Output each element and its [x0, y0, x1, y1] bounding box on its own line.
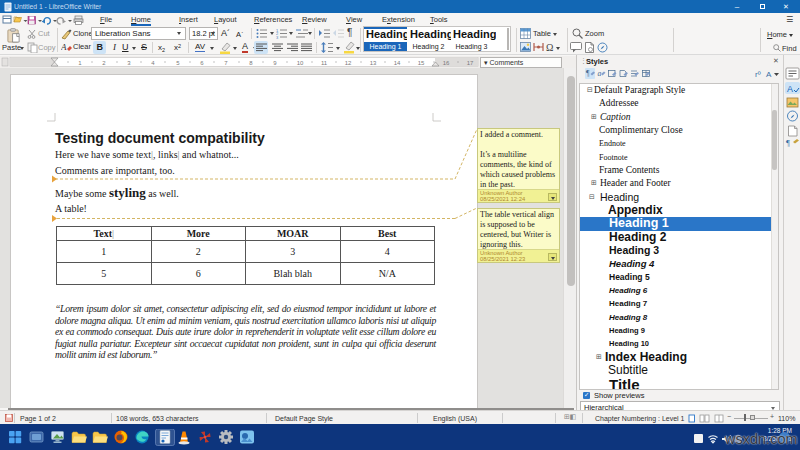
svg-text:¶: ¶ [586, 69, 590, 78]
svg-text:13: 13 [370, 60, 377, 66]
svg-text:11: 11 [321, 60, 328, 66]
svg-text:12: 12 [345, 60, 352, 66]
svg-text:3: 3 [276, 35, 279, 40]
svg-text:A: A [61, 42, 67, 52]
svg-text:16: 16 [443, 60, 450, 66]
svg-text:¶: ¶ [786, 138, 790, 148]
svg-text:10: 10 [297, 60, 304, 66]
svg-text:15: 15 [418, 60, 425, 66]
svg-text:17: 17 [467, 60, 474, 66]
svg-text:A: A [787, 84, 793, 94]
svg-text:14: 14 [394, 60, 401, 66]
svg-text:rº: rº [755, 70, 761, 79]
svg-text:A: A [766, 70, 772, 79]
svg-text:a: a [598, 69, 602, 78]
